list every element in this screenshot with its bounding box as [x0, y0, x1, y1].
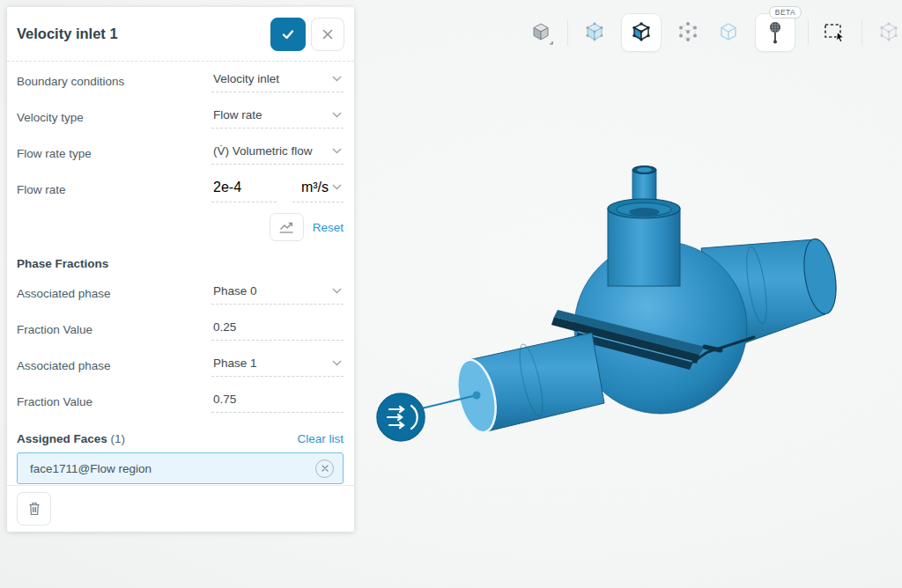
- assigned-faces-count: (1): [111, 432, 126, 445]
- box-select-icon[interactable]: [821, 18, 849, 47]
- toolbar-separator: [567, 19, 568, 46]
- table-input-button[interactable]: [270, 213, 304, 241]
- associated-phase-1-select[interactable]: Phase 1: [211, 355, 344, 377]
- select-vertex-cube-icon[interactable]: [674, 18, 702, 47]
- phase-fractions-heading: Phase Fractions: [17, 246, 344, 276]
- chevron-down-icon: [332, 184, 342, 190]
- chevron-down-icon: [332, 148, 342, 154]
- close-icon: [322, 28, 334, 40]
- velocity-inlet-panel: Velocity inlet 1 Boundary conditions Vel…: [7, 7, 354, 532]
- valve-bonnet[interactable]: [608, 166, 680, 287]
- panel-header: Velocity inlet 1: [7, 7, 354, 62]
- assigned-face-name: face1711@Flow region: [30, 462, 315, 475]
- fraction-value-1-input[interactable]: 0.75: [211, 391, 344, 413]
- chart-icon: [277, 220, 295, 234]
- cancel-button[interactable]: [311, 18, 344, 51]
- assigned-faces-heading: Assigned Faces: [17, 432, 107, 445]
- associated-phase-0-select[interactable]: Phase 0: [211, 283, 344, 305]
- field-label: Boundary conditions: [17, 75, 211, 88]
- close-icon: [322, 465, 329, 472]
- chevron-down-icon: [332, 288, 342, 294]
- flow-rate-type-select[interactable]: (V̇) Volumetric flow: [211, 143, 344, 165]
- fraction-value-0-input[interactable]: 0.25: [211, 319, 344, 341]
- field-row-flow-rate-type: Flow rate type (V̇) Volumetric flow: [17, 136, 344, 172]
- field-row-fraction-value-1: Fraction Value 0.75: [17, 384, 344, 420]
- field-label: Associated phase: [17, 287, 211, 300]
- field-row-fraction-value-0: Fraction Value 0.25: [17, 312, 344, 348]
- field-row-associated-phase-1: Associated phase Phase 1: [17, 348, 344, 384]
- remove-face-button[interactable]: [315, 459, 334, 478]
- flow-rate-unit-select[interactable]: m³/s: [292, 178, 344, 202]
- assigned-face-chip[interactable]: face1711@Flow region: [17, 452, 344, 484]
- viewport-toolbar: BETA: [527, 11, 902, 55]
- field-label: Velocity type: [17, 111, 211, 124]
- probe-point-icon[interactable]: BETA: [755, 13, 795, 52]
- panel-footer: [7, 485, 354, 532]
- field-row-associated-phase-0: Associated phase Phase 0: [17, 276, 344, 312]
- field-label: Fraction Value: [17, 323, 211, 336]
- clear-list-link[interactable]: Clear list: [297, 432, 344, 445]
- field-label: Associated phase: [17, 359, 211, 372]
- ball-valve-model[interactable]: [356, 53, 902, 588]
- delete-button[interactable]: [17, 492, 51, 526]
- trash-icon: [27, 501, 41, 517]
- hidden-selection-cube-icon: [875, 18, 902, 47]
- chevron-down-icon: [332, 360, 342, 366]
- toolbar-separator: [808, 19, 809, 46]
- boundary-conditions-select[interactable]: Velocity inlet: [211, 70, 344, 92]
- chevron-down-icon: [332, 112, 342, 118]
- chevron-down-icon: [332, 76, 342, 82]
- field-row-boundary-conditions: Boundary conditions Velocity inlet: [17, 63, 344, 99]
- velocity-type-select[interactable]: Flow rate: [211, 107, 344, 129]
- reset-row: Reset: [17, 208, 344, 246]
- field-label: Flow rate: [17, 183, 211, 196]
- flow-rate-input[interactable]: 2e-4: [211, 178, 277, 202]
- reset-link[interactable]: Reset: [313, 221, 344, 234]
- field-row-velocity-type: Velocity type Flow rate: [17, 99, 344, 136]
- page-title: Velocity inlet 1: [17, 26, 270, 42]
- toolbar-separator: [861, 19, 862, 46]
- field-label: Fraction Value: [17, 395, 211, 408]
- beta-badge: BETA: [769, 6, 802, 18]
- assigned-faces-title: Assigned Faces (1): [17, 432, 297, 445]
- check-icon: [280, 26, 296, 42]
- select-volume-cube-icon[interactable]: [580, 18, 609, 47]
- assigned-faces-header: Assigned Faces (1) Clear list: [17, 420, 344, 452]
- pipe-left[interactable]: [451, 333, 604, 436]
- field-label: Flow rate type: [17, 147, 211, 160]
- select-face-cube-icon[interactable]: [621, 13, 662, 52]
- field-row-flow-rate: Flow rate 2e-4 m³/s: [17, 172, 344, 208]
- apply-button[interactable]: [270, 18, 306, 51]
- select-edge-cube-icon[interactable]: [714, 18, 743, 47]
- panel-body: Boundary conditions Velocity inlet Veloc…: [7, 62, 354, 484]
- render-mode-cube-icon[interactable]: [527, 18, 555, 47]
